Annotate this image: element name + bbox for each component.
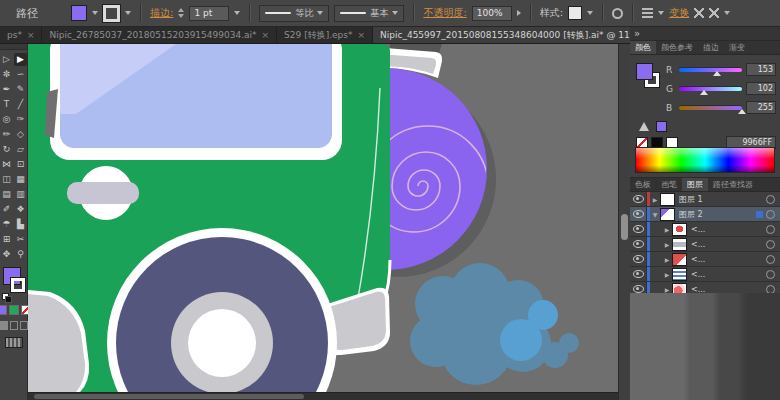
stroke-color-well[interactable] [11,278,25,292]
panel-tab[interactable]: 颜色参考 [656,41,698,54]
target-circle-icon[interactable] [766,255,775,264]
recolor-artwork-icon[interactable] [612,8,623,19]
document-tab[interactable]: S29 [转换].eps*× [277,27,373,43]
document-tab[interactable]: Nipic_455997_20150808155348604000 [转换].a… [373,27,630,43]
layer-thumbnail[interactable] [672,223,687,236]
tab-close-icon[interactable]: × [357,30,365,40]
layer-thumbnail[interactable] [672,253,687,266]
artboard-tool[interactable]: ⊞ [0,233,13,246]
horizontal-scrollbar[interactable] [28,392,618,400]
layer-name[interactable]: 图层 1 [679,194,703,205]
chevron-down-icon[interactable] [92,11,98,15]
perspective-grid-tool[interactable]: ▦ [14,173,27,186]
transform-panel-link[interactable]: 变换 [669,6,689,20]
channel-value-field[interactable]: 255 [746,101,776,114]
layer-thumbnail[interactable] [672,238,687,251]
graph-tool[interactable]: ▙ [14,218,27,231]
channel-value-field[interactable]: 153 [746,63,776,76]
layer-name[interactable]: <... [691,270,705,279]
visibility-toggle[interactable] [630,237,647,251]
paintbrush-tool[interactable]: ✑ [14,113,27,126]
slider-thumb-icon[interactable] [700,90,708,95]
flip-vertical-icon[interactable] [709,8,719,18]
opacity-panel-link[interactable]: 不透明度: [423,6,466,20]
gradient-tool[interactable]: ▥ [14,188,27,201]
stroke-color-swatch[interactable] [103,5,120,22]
lasso-tool[interactable]: ∽ [14,68,27,81]
brush-definition-dropdown[interactable]: 基本 [334,5,404,22]
expand-arrow-icon[interactable]: ▼ [650,211,660,218]
panel-tab[interactable]: 画笔 [656,178,682,191]
out-of-gamut-warning-icon[interactable] [639,122,649,131]
chevron-down-icon[interactable] [587,11,593,15]
target-circle-icon[interactable] [766,225,775,234]
chevron-down-icon[interactable] [724,11,730,15]
expand-arrow-icon[interactable]: ▶ [662,241,672,248]
slice-tool[interactable]: ✂ [14,233,27,246]
layer-row[interactable]: ▶图层 1 [630,192,780,207]
color-spectrum[interactable] [635,147,775,173]
mesh-tool[interactable]: ▤ [0,188,13,201]
symbol-sprayer-tool[interactable]: ☂ [0,218,13,231]
selection-tool[interactable]: ▶ [14,53,27,66]
panel-tab[interactable]: 渐变 [724,41,750,54]
graphic-style-swatch[interactable] [568,6,582,20]
panel-tab[interactable]: 颜色 [630,41,656,54]
layer-name[interactable]: <... [691,255,705,264]
layer-row[interactable]: ▶<... [630,222,780,237]
ellipse-tool[interactable]: ◎ [0,113,13,126]
hand-tool[interactable]: ✥ [0,248,13,261]
target-circle-icon[interactable] [766,210,775,219]
closest-color-swatch[interactable] [656,121,667,132]
cloud-puff[interactable] [559,333,579,353]
visibility-toggle[interactable] [630,222,647,236]
panel-tab[interactable]: 图层 [682,178,708,191]
type-tool[interactable]: T [0,98,13,111]
visibility-toggle[interactable] [630,192,647,206]
expand-arrow-icon[interactable]: ▶ [662,286,672,293]
channel-slider[interactable] [679,68,742,72]
channel-slider[interactable] [679,106,742,110]
chevron-down-icon[interactable] [234,11,240,15]
expand-arrow-icon[interactable]: ▶ [662,256,672,263]
horizontal-scrollbar-thumb[interactable] [34,394,304,399]
layer-row[interactable]: ▶<... [630,237,780,252]
visibility-toggle[interactable] [630,267,647,281]
stroke-panel-link[interactable]: 描边: [150,6,173,20]
layer-thumbnail[interactable] [660,208,675,221]
expand-arrow-icon[interactable]: ▶ [662,226,672,233]
layer-row[interactable]: ▶<... [630,252,780,267]
layer-thumbnail[interactable] [672,268,687,281]
rotate-tool[interactable]: ↻ [0,143,13,156]
pencil-tool[interactable]: ✏ [0,128,13,141]
panel-tab[interactable]: 色板 [630,178,656,191]
draw-normal-button[interactable] [0,321,8,330]
vertical-scrollbar[interactable] [618,44,630,400]
layer-name[interactable]: <... [691,240,705,249]
slider-thumb-icon[interactable] [713,71,721,76]
draw-behind-button[interactable] [10,321,18,330]
layer-row[interactable]: ▼图层 2 [630,207,780,222]
free-transform-tool[interactable]: ⊡ [14,158,27,171]
target-circle-icon[interactable] [766,240,775,249]
blend-tool[interactable]: ❖ [14,203,27,216]
zoom-tool[interactable]: ⚲ [14,248,27,261]
stroke-width-field[interactable]: 1 pt [189,6,229,21]
door-window[interactable] [50,44,342,160]
default-colors-icon[interactable] [5,296,12,303]
collapse-dock-icon[interactable]: » [634,29,640,39]
tab-close-icon[interactable]: × [262,30,270,40]
width-profile-dropdown[interactable]: 等比 [259,5,329,22]
expand-arrow-icon[interactable]: ▶ [650,196,660,203]
layer-thumbnail[interactable] [660,193,675,206]
flip-horizontal-icon[interactable] [694,8,704,18]
screen-mode-icon[interactable] [5,337,23,348]
chevron-right-icon[interactable] [517,10,521,16]
channel-slider[interactable] [679,87,742,91]
cloud-puff-light[interactable] [528,300,558,330]
truck[interactable] [28,44,390,392]
scale-tool[interactable]: ▱ [14,143,27,156]
layer-name[interactable]: <... [691,225,705,234]
color-button[interactable] [0,305,7,315]
fill-color-well[interactable] [636,63,653,80]
